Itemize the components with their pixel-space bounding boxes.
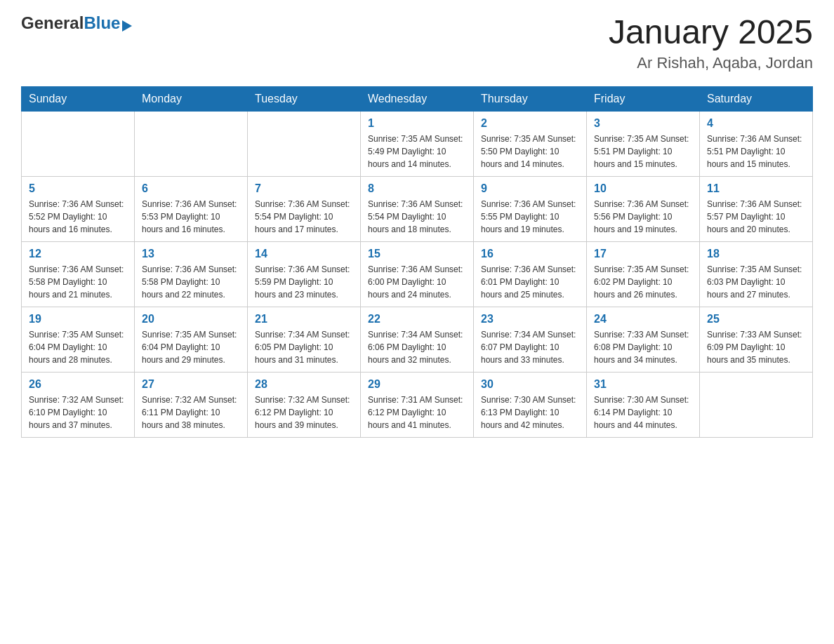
weekday-header-sunday: Sunday (22, 86, 135, 111)
day-number: 7 (255, 182, 353, 195)
calendar-cell: 8Sunrise: 7:36 AM Sunset: 5:54 PM Daylig… (361, 176, 474, 241)
day-info: Sunrise: 7:34 AM Sunset: 6:05 PM Dayligh… (255, 328, 353, 366)
day-number: 4 (707, 117, 805, 130)
day-number: 28 (255, 378, 353, 391)
calendar-cell: 22Sunrise: 7:34 AM Sunset: 6:06 PM Dayli… (361, 307, 474, 372)
weekday-header-saturday: Saturday (700, 86, 813, 111)
weekday-header-friday: Friday (587, 86, 700, 111)
week-row-5: 26Sunrise: 7:32 AM Sunset: 6:10 PM Dayli… (22, 372, 813, 437)
calendar-cell: 25Sunrise: 7:33 AM Sunset: 6:09 PM Dayli… (700, 307, 813, 372)
day-info: Sunrise: 7:36 AM Sunset: 5:52 PM Dayligh… (29, 198, 127, 236)
calendar-cell (22, 111, 135, 176)
day-number: 3 (594, 117, 692, 130)
day-number: 12 (29, 248, 127, 260)
day-number: 11 (707, 182, 805, 195)
day-info: Sunrise: 7:30 AM Sunset: 6:13 PM Dayligh… (481, 394, 579, 431)
day-number: 20 (142, 313, 240, 326)
title-section: January 2025 Ar Rishah, Aqaba, Jordan (609, 14, 813, 72)
day-number: 19 (29, 313, 127, 326)
calendar-cell: 2Sunrise: 7:35 AM Sunset: 5:50 PM Daylig… (474, 111, 587, 176)
day-info: Sunrise: 7:36 AM Sunset: 5:55 PM Dayligh… (481, 198, 579, 236)
day-info: Sunrise: 7:32 AM Sunset: 6:10 PM Dayligh… (29, 394, 127, 431)
day-number: 31 (594, 378, 692, 391)
day-number: 24 (594, 313, 692, 326)
calendar-cell: 14Sunrise: 7:36 AM Sunset: 5:59 PM Dayli… (248, 241, 361, 307)
day-info: Sunrise: 7:36 AM Sunset: 5:58 PM Dayligh… (29, 263, 127, 301)
weekday-header-row: SundayMondayTuesdayWednesdayThursdayFrid… (22, 86, 813, 111)
calendar-cell: 12Sunrise: 7:36 AM Sunset: 5:58 PM Dayli… (22, 241, 135, 307)
day-number: 22 (368, 313, 466, 326)
calendar-cell: 27Sunrise: 7:32 AM Sunset: 6:11 PM Dayli… (135, 372, 248, 437)
day-number: 9 (481, 182, 579, 195)
calendar-cell: 28Sunrise: 7:32 AM Sunset: 6:12 PM Dayli… (248, 372, 361, 437)
week-row-1: 1Sunrise: 7:35 AM Sunset: 5:49 PM Daylig… (22, 111, 813, 176)
day-info: Sunrise: 7:36 AM Sunset: 5:58 PM Dayligh… (142, 263, 240, 301)
calendar-cell: 11Sunrise: 7:36 AM Sunset: 5:57 PM Dayli… (700, 176, 813, 241)
day-number: 30 (481, 378, 579, 391)
day-info: Sunrise: 7:34 AM Sunset: 6:06 PM Dayligh… (368, 328, 466, 366)
day-info: Sunrise: 7:32 AM Sunset: 6:11 PM Dayligh… (142, 394, 240, 431)
calendar-cell: 1Sunrise: 7:35 AM Sunset: 5:49 PM Daylig… (361, 111, 474, 176)
day-info: Sunrise: 7:36 AM Sunset: 5:57 PM Dayligh… (707, 198, 805, 236)
calendar-cell: 31Sunrise: 7:30 AM Sunset: 6:14 PM Dayli… (587, 372, 700, 437)
week-row-3: 12Sunrise: 7:36 AM Sunset: 5:58 PM Dayli… (22, 241, 813, 307)
page-header: GeneralBlue January 2025 Ar Rishah, Aqab… (21, 14, 813, 72)
day-number: 21 (255, 313, 353, 326)
weekday-header-thursday: Thursday (474, 86, 587, 111)
day-info: Sunrise: 7:30 AM Sunset: 6:14 PM Dayligh… (594, 394, 692, 431)
calendar-table: SundayMondayTuesdayWednesdayThursdayFrid… (21, 86, 813, 438)
day-info: Sunrise: 7:36 AM Sunset: 6:00 PM Dayligh… (368, 263, 466, 301)
calendar-cell: 9Sunrise: 7:36 AM Sunset: 5:55 PM Daylig… (474, 176, 587, 241)
day-number: 23 (481, 313, 579, 326)
day-info: Sunrise: 7:32 AM Sunset: 6:12 PM Dayligh… (255, 394, 353, 431)
calendar-cell: 24Sunrise: 7:33 AM Sunset: 6:08 PM Dayli… (587, 307, 700, 372)
calendar-cell: 17Sunrise: 7:35 AM Sunset: 6:02 PM Dayli… (587, 241, 700, 307)
logo: GeneralBlue (21, 14, 132, 32)
day-info: Sunrise: 7:36 AM Sunset: 5:59 PM Dayligh… (255, 263, 353, 301)
day-info: Sunrise: 7:35 AM Sunset: 6:02 PM Dayligh… (594, 263, 692, 301)
day-info: Sunrise: 7:36 AM Sunset: 5:53 PM Dayligh… (142, 198, 240, 236)
calendar-cell: 6Sunrise: 7:36 AM Sunset: 5:53 PM Daylig… (135, 176, 248, 241)
day-info: Sunrise: 7:36 AM Sunset: 5:56 PM Dayligh… (594, 198, 692, 236)
day-number: 18 (707, 248, 805, 260)
weekday-header-monday: Monday (135, 86, 248, 111)
weekday-header-tuesday: Tuesday (248, 86, 361, 111)
week-row-4: 19Sunrise: 7:35 AM Sunset: 6:04 PM Dayli… (22, 307, 813, 372)
day-number: 15 (368, 248, 466, 260)
calendar-cell: 26Sunrise: 7:32 AM Sunset: 6:10 PM Dayli… (22, 372, 135, 437)
day-info: Sunrise: 7:35 AM Sunset: 5:49 PM Dayligh… (368, 133, 466, 170)
day-number: 6 (142, 182, 240, 195)
day-info: Sunrise: 7:35 AM Sunset: 5:50 PM Dayligh… (481, 133, 579, 170)
day-number: 27 (142, 378, 240, 391)
day-info: Sunrise: 7:36 AM Sunset: 5:54 PM Dayligh… (368, 198, 466, 236)
day-number: 10 (594, 182, 692, 195)
location-subtitle: Ar Rishah, Aqaba, Jordan (609, 54, 813, 72)
calendar-cell: 16Sunrise: 7:36 AM Sunset: 6:01 PM Dayli… (474, 241, 587, 307)
day-info: Sunrise: 7:31 AM Sunset: 6:12 PM Dayligh… (368, 394, 466, 431)
calendar-cell: 29Sunrise: 7:31 AM Sunset: 6:12 PM Dayli… (361, 372, 474, 437)
calendar-cell: 15Sunrise: 7:36 AM Sunset: 6:00 PM Dayli… (361, 241, 474, 307)
day-info: Sunrise: 7:35 AM Sunset: 5:51 PM Dayligh… (594, 133, 692, 170)
day-number: 14 (255, 248, 353, 260)
day-info: Sunrise: 7:35 AM Sunset: 6:03 PM Dayligh… (707, 263, 805, 301)
day-info: Sunrise: 7:36 AM Sunset: 5:51 PM Dayligh… (707, 133, 805, 170)
calendar-cell: 7Sunrise: 7:36 AM Sunset: 5:54 PM Daylig… (248, 176, 361, 241)
day-info: Sunrise: 7:36 AM Sunset: 5:54 PM Dayligh… (255, 198, 353, 236)
day-info: Sunrise: 7:33 AM Sunset: 6:08 PM Dayligh… (594, 328, 692, 366)
logo-general-text: GeneralBlue (21, 14, 132, 32)
calendar-cell (135, 111, 248, 176)
month-title: January 2025 (609, 14, 813, 51)
day-info: Sunrise: 7:36 AM Sunset: 6:01 PM Dayligh… (481, 263, 579, 301)
day-number: 2 (481, 117, 579, 130)
day-number: 1 (368, 117, 466, 130)
calendar-cell: 3Sunrise: 7:35 AM Sunset: 5:51 PM Daylig… (587, 111, 700, 176)
day-number: 13 (142, 248, 240, 260)
calendar-cell: 30Sunrise: 7:30 AM Sunset: 6:13 PM Dayli… (474, 372, 587, 437)
day-number: 8 (368, 182, 466, 195)
day-number: 26 (29, 378, 127, 391)
calendar-cell: 19Sunrise: 7:35 AM Sunset: 6:04 PM Dayli… (22, 307, 135, 372)
calendar-cell: 5Sunrise: 7:36 AM Sunset: 5:52 PM Daylig… (22, 176, 135, 241)
day-number: 5 (29, 182, 127, 195)
calendar-cell: 21Sunrise: 7:34 AM Sunset: 6:05 PM Dayli… (248, 307, 361, 372)
day-info: Sunrise: 7:35 AM Sunset: 6:04 PM Dayligh… (29, 328, 127, 366)
